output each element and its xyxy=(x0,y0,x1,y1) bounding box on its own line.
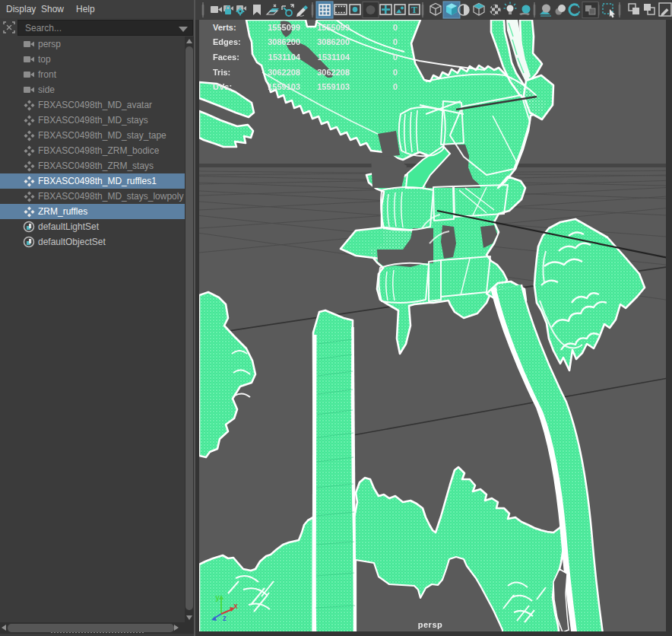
svg-text:z: z xyxy=(223,614,227,622)
svg-text:y: y xyxy=(215,593,220,602)
svg-text:T: T xyxy=(411,5,417,15)
svg-text:x: x xyxy=(233,602,238,610)
